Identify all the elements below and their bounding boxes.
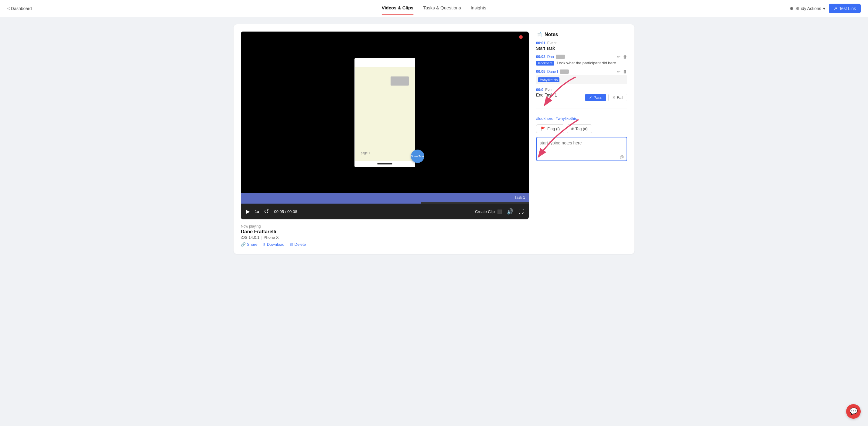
tags-section: #lookhere, #whylikethis, xyxy=(536,116,627,121)
note-avatar-3 xyxy=(560,69,569,74)
note-time-4: 00:0 xyxy=(536,88,543,92)
time-total: 00:08 xyxy=(287,209,297,214)
app-header: < Dashboard Videos & Clips Tasks & Quest… xyxy=(0,0,868,17)
note-content-4: End Task 1 xyxy=(536,93,557,97)
note-event-label-4: Event xyxy=(545,88,555,92)
show-task-label: Show Task xyxy=(411,155,424,158)
participant-name: Dane Frattarelli xyxy=(241,229,529,234)
note-event-2: 00:02 Dan ✏ 🗑 #lookhere Look what the pa… xyxy=(536,54,627,66)
device-info: iOS 14.0.1 | iPhone X xyxy=(241,235,529,240)
time-display: 00:05 / 00:08 xyxy=(274,209,297,214)
study-actions-button[interactable]: ⚙ Study Actions ▾ xyxy=(789,6,825,11)
main-content: page 1 Show Task T xyxy=(221,17,647,261)
flag-label: Flag (f) xyxy=(547,127,560,131)
tag-label: Tag (#) xyxy=(575,127,587,131)
notes-panel: 📄 Notes 00:01 Event Start Task 00:02 Dan xyxy=(536,32,627,247)
home-bar xyxy=(377,163,393,164)
notes-title-text: Notes xyxy=(545,32,558,37)
action-buttons-row: 🚩 Flag (f) # Tag (#) xyxy=(536,124,627,133)
tag-button[interactable]: # Tag (#) xyxy=(567,124,592,133)
create-clip-label: Create Clip xyxy=(475,209,495,214)
now-playing-label: Now playing xyxy=(241,224,529,228)
share-label: Share xyxy=(247,242,257,247)
note-time-3: 00:05 xyxy=(536,69,546,74)
note-content-1: Start Task xyxy=(536,46,555,51)
edit-icon-3[interactable]: ✏ xyxy=(617,69,620,74)
play-button[interactable]: ▶ xyxy=(246,208,250,215)
delete-icon-2[interactable]: 🗑 xyxy=(623,54,627,59)
tab-videos[interactable]: Videos & Clips xyxy=(382,5,414,11)
create-clip-area[interactable]: Create Clip ⬛ xyxy=(475,209,502,214)
progress-track[interactable] xyxy=(241,202,529,204)
play-icon: ▶ xyxy=(246,208,250,215)
pass-button[interactable]: ✓ Pass xyxy=(585,94,606,101)
main-nav: Videos & Clips Tasks & Questions Insight… xyxy=(382,5,487,11)
delete-label: Delete xyxy=(294,242,306,247)
phone-header-bar xyxy=(355,58,415,67)
flag-icon: 🚩 xyxy=(540,127,546,131)
progress-bar-area: Task 1 xyxy=(241,193,529,204)
fail-label: Fail xyxy=(617,95,623,100)
note-author-2: Dan xyxy=(547,55,554,59)
note-event-1: 00:01 Event Start Task xyxy=(536,41,627,51)
show-task-button[interactable]: Show Task xyxy=(411,150,424,163)
back-dashboard[interactable]: < Dashboard xyxy=(7,6,32,11)
volume-button[interactable]: 🔊 xyxy=(507,208,514,215)
share-link[interactable]: 🔗 Share xyxy=(241,242,257,247)
study-actions-label: Study Actions xyxy=(796,6,821,11)
replay-button[interactable]: ↺ xyxy=(264,208,269,215)
test-link-button[interactable]: ↗ Test Link xyxy=(829,4,861,13)
checkmark-icon: ✓ xyxy=(589,95,592,100)
video-controls: ▶ 1x ↺ 00:05 / 00:08 Create Clip ⬛ 🔊 xyxy=(241,204,529,219)
test-link-label: Test Link xyxy=(839,6,856,11)
video-section: page 1 Show Task T xyxy=(241,32,529,247)
delete-icon: 🗑 xyxy=(289,242,293,247)
tab-tasks[interactable]: Tasks & Questions xyxy=(423,5,461,11)
fail-button[interactable]: ✕ Fail xyxy=(608,94,627,101)
note-tag-2: #lookhere xyxy=(536,61,554,66)
task-label-text: Task 1 xyxy=(515,195,525,200)
notes-input-wrapper: @ xyxy=(536,133,627,162)
chevron-down-icon: ▾ xyxy=(823,6,825,11)
video-container: page 1 Show Task xyxy=(241,32,529,193)
progress-fill xyxy=(241,202,421,204)
volume-icon: 🔊 xyxy=(507,208,514,215)
phone-footer xyxy=(355,161,415,167)
flag-button[interactable]: 🚩 Flag (f) xyxy=(536,124,564,133)
notes-title: 📄 Notes xyxy=(536,32,627,37)
share-link-icon: 🔗 xyxy=(241,242,246,247)
pass-label: Pass xyxy=(593,95,602,100)
fullscreen-icon: ⛶ xyxy=(519,208,524,215)
phone-mockup: page 1 xyxy=(354,58,415,167)
delete-link[interactable]: 🗑 Delete xyxy=(289,242,306,247)
share-icon: ↗ xyxy=(834,6,837,11)
task-label-bar: Task 1 xyxy=(241,193,529,202)
download-label: Download xyxy=(267,242,285,247)
replay-icon: ↺ xyxy=(264,208,269,215)
notes-textarea[interactable] xyxy=(536,137,627,161)
notes-doc-icon: 📄 xyxy=(536,32,542,37)
chat-bubble[interactable]: 💬 xyxy=(846,404,861,419)
phone-body: page 1 xyxy=(355,67,415,161)
hash-icon: # xyxy=(571,127,574,131)
video-actions: 🔗 Share ⬇ Download 🗑 Delete xyxy=(241,242,529,247)
note-avatar-2 xyxy=(556,55,565,59)
video-screen: page 1 Show Task xyxy=(241,32,529,193)
clip-icon: ⬛ xyxy=(497,209,502,214)
now-playing: Now playing Dane Frattarelli iOS 14.0.1 … xyxy=(241,219,529,247)
note-event-4: 00:0 Event End Task 1 ✓ Pass ✕ Fail xyxy=(536,88,627,101)
fullscreen-button[interactable]: ⛶ xyxy=(519,208,524,215)
download-link[interactable]: ⬇ Download xyxy=(262,242,285,247)
delete-icon-3[interactable]: 🗑 xyxy=(623,69,627,74)
tab-insights[interactable]: Insights xyxy=(471,5,487,11)
speed-label[interactable]: 1x xyxy=(255,209,259,214)
note-event-label-1: Event xyxy=(547,41,557,45)
note-time-2: 00:02 xyxy=(536,55,546,59)
download-icon: ⬇ xyxy=(262,242,266,247)
pass-fail-row: ✓ Pass ✕ Fail xyxy=(585,94,627,101)
edit-icon-2[interactable]: ✏ xyxy=(617,54,620,59)
note-tag-body-2: Look what the participant did here. xyxy=(557,61,617,65)
at-sign: @ xyxy=(620,155,624,160)
recording-indicator xyxy=(519,35,523,39)
chat-icon: 💬 xyxy=(849,407,858,415)
